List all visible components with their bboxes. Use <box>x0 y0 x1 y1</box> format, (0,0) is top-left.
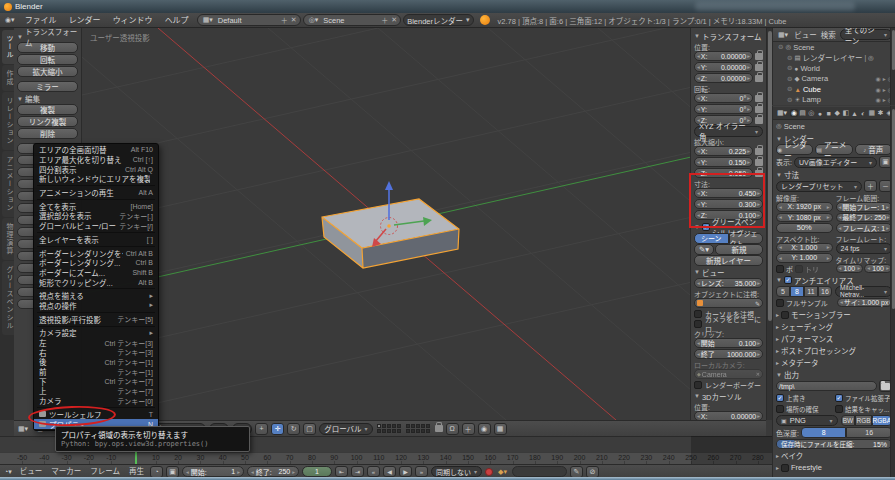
scene-add-icon[interactable]: ＋ <box>381 15 388 25</box>
number-field[interactable]: ◂終了1000.000▸ <box>694 349 763 359</box>
decrement-icon[interactable]: ◂ <box>697 159 700 165</box>
tool-button[interactable]: 複製 <box>17 104 78 115</box>
keying-icon[interactable]: ◆▾ <box>496 468 509 476</box>
snap-magnet-icon[interactable]: Ω <box>446 423 459 435</box>
layer-cell[interactable] <box>421 429 425 433</box>
menu-window[interactable]: ウィンドウ <box>107 14 159 27</box>
resolution-percentage-button[interactable]: 50% <box>776 223 833 233</box>
app-menu-icon[interactable]: ◉▾ <box>3 16 17 24</box>
resolution-y-field[interactable]: ◂Y: 1080 px▸ <box>776 213 833 223</box>
tab-modifiers[interactable]: ◧ <box>842 109 850 117</box>
element[interactable]: ◂ <box>779 214 782 220</box>
remap-new-field[interactable]: ◂100▸ <box>864 264 892 274</box>
element[interactable]: ▸ <box>886 204 889 210</box>
element[interactable]: ◂ <box>779 244 782 250</box>
border-checkbox[interactable] <box>776 265 784 273</box>
properties-scrollbar[interactable] <box>890 106 895 480</box>
decrement-icon[interactable]: ◂ <box>697 95 700 101</box>
checkbox[interactable]: ✓ <box>835 394 843 402</box>
new-layer-button[interactable]: 新規レイヤー <box>694 255 763 266</box>
checkbox[interactable] <box>694 320 702 328</box>
toolshelf-tab[interactable]: アニメーション <box>2 151 14 217</box>
resolution-x-field[interactable]: ◂X: 1920 px▸ <box>776 202 833 212</box>
tab-render[interactable]: ◉ <box>790 109 798 117</box>
tab-material[interactable]: ◐ <box>859 110 867 117</box>
layer-cell[interactable] <box>421 424 425 428</box>
visibility-eye-icon[interactable]: ◉ <box>875 86 880 93</box>
jump-to-end-icon[interactable]: ⇥ <box>351 466 364 477</box>
element[interactable]: ▸ <box>886 225 889 231</box>
outliner-row-camera[interactable]: ⊖◆Camera◉▸◎ <box>773 74 895 85</box>
aa-samples-11[interactable]: 11 <box>804 286 818 297</box>
lock-icon[interactable] <box>755 148 763 155</box>
end-frame-field[interactable]: ◂終了:250▸ <box>247 466 299 477</box>
compression-slider[interactable]: 保存時にファイルを圧縮:15% <box>776 439 892 449</box>
render-engine-selector[interactable]: Blenderレンダー ▾ <box>403 14 473 26</box>
animation-button[interactable]: ▤アニメー.. <box>815 144 852 155</box>
rotation-mode-dropdown[interactable]: XYZ オイラー角▾ <box>694 126 763 137</box>
expander-icon[interactable]: ⊖ <box>787 96 792 104</box>
visibility-eye-icon[interactable]: ◉ <box>875 75 880 82</box>
element[interactable]: ◂ <box>840 299 843 305</box>
tab-object[interactable]: ■ <box>825 110 833 117</box>
decrement-icon[interactable]: ◂ <box>697 413 700 419</box>
layer-cell[interactable] <box>416 429 420 433</box>
tab-texture[interactable]: ▦ <box>868 109 876 117</box>
auto-keyframe-record-icon[interactable] <box>485 468 493 476</box>
grease-object-tab[interactable]: オブジェクト <box>729 233 764 244</box>
audio-button[interactable]: ♪音声 <box>855 144 892 155</box>
element[interactable]: ◂ <box>186 469 189 475</box>
layer-cell[interactable] <box>377 429 381 433</box>
element[interactable]: ▸ <box>886 265 889 271</box>
number-field[interactable]: ◂開始0.100▸ <box>694 338 763 348</box>
prev-keyframe-icon[interactable]: « <box>367 466 380 477</box>
lock-icon[interactable] <box>755 159 763 166</box>
collapsed-section-モーションブラー[interactable]: ▸モーションブラー <box>776 309 892 320</box>
frame-end-field[interactable]: ◂最終フレ: 250▸ <box>836 213 893 223</box>
menu-item-19[interactable]: 視点の操作▸ <box>34 301 158 311</box>
tab-render-layers[interactable]: ▤ <box>799 109 807 117</box>
render-button[interactable]: ◉レンダー <box>776 144 813 155</box>
panel-header[interactable]: ▼トランスフォーム <box>694 30 763 42</box>
remap-old-field[interactable]: ◂100▸ <box>836 264 864 274</box>
decrement-icon[interactable]: ◂ <box>697 75 700 81</box>
decrement-icon[interactable]: ◂ <box>697 53 700 59</box>
aa-size-field[interactable]: ◂サイ: 1.000 px▸ <box>837 298 892 308</box>
scene-browse-icon[interactable]: ◎▾ <box>307 16 321 24</box>
decrement-icon[interactable]: ◂ <box>697 106 700 112</box>
collapsed-section-freestyle[interactable]: ▸Freestyle <box>776 462 892 473</box>
number-field[interactable]: ◂レンズ:35.000▸ <box>694 278 763 288</box>
outliner-row-レンダーレイヤー[interactable]: ⊖▤レンダーレイヤー| ◎ <box>773 53 895 64</box>
lock-icon[interactable] <box>755 95 763 102</box>
aa-samples-8[interactable]: 8 <box>790 286 804 297</box>
jump-to-start-icon[interactable]: ⇤ <box>335 466 348 477</box>
outliner-row-world[interactable]: ⊖●World <box>773 63 895 74</box>
layer-cell[interactable] <box>397 429 401 433</box>
frame-step-field[interactable]: ◂フレームス: 1▸ <box>836 223 893 233</box>
number-field[interactable]: ◂Y:0.00000▸ <box>694 62 753 72</box>
layer-cell[interactable] <box>387 424 391 428</box>
element[interactable]: ◂ <box>779 204 782 210</box>
viewport-3d[interactable]: ユーザー透視投影 <box>82 28 690 420</box>
output-path-field[interactable]: /tmp\ <box>776 381 877 391</box>
number-field[interactable]: ◂Y:0°▸ <box>694 104 753 114</box>
element[interactable]: ▸ <box>292 469 295 475</box>
depth-16-button[interactable]: 16 <box>846 427 892 438</box>
selectable-icon[interactable]: ▸ <box>883 96 886 103</box>
decrement-icon[interactable]: ◂ <box>697 351 700 357</box>
next-keyframe-icon[interactable]: » <box>415 466 428 477</box>
lock-icon[interactable] <box>755 64 763 71</box>
frame-lock-icon[interactable]: ▣ <box>166 466 179 478</box>
local-camera-field[interactable]: ◆Camera✕ <box>694 369 763 379</box>
tab-world[interactable]: ● <box>816 110 824 117</box>
expander-icon[interactable]: ⊖ <box>787 54 792 62</box>
increment-icon[interactable]: ▸ <box>747 106 750 112</box>
keying-set-field[interactable] <box>512 466 567 477</box>
collapsed-section-パフォーマンス[interactable]: ▸パフォーマンス <box>776 333 892 344</box>
menu-file[interactable]: ファイル <box>19 14 63 27</box>
layer-cell[interactable] <box>377 424 381 428</box>
tool-button[interactable]: リンク複製 <box>17 116 78 127</box>
layer-cell[interactable] <box>406 429 410 433</box>
lock-icon[interactable] <box>755 75 763 82</box>
outliner-scrollbar[interactable] <box>890 28 895 105</box>
